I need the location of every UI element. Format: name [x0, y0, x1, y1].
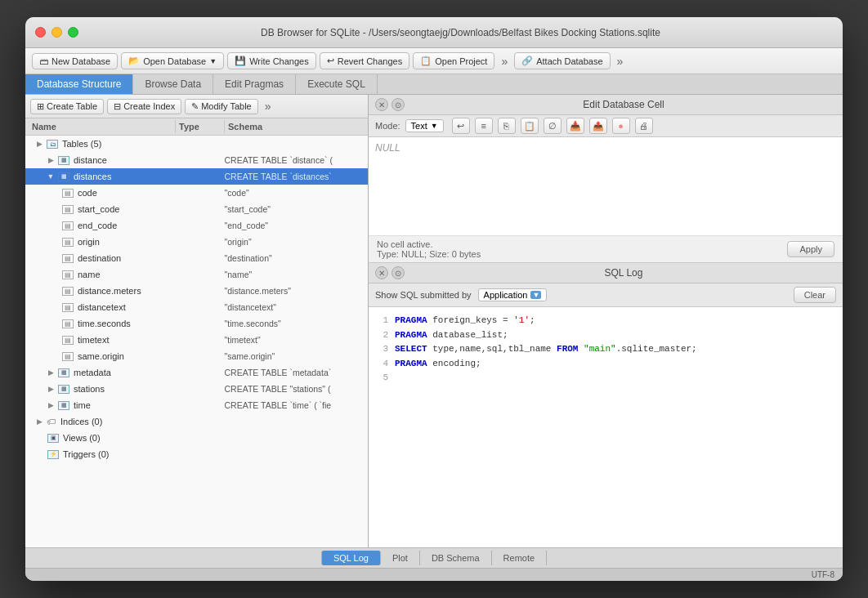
- edit-btn-export[interactable]: 📤: [589, 118, 607, 134]
- bottom-tab-db-schema[interactable]: DB Schema: [420, 551, 492, 565]
- tree-row-destination[interactable]: ▤ destination "destination": [25, 250, 368, 266]
- tree-row-time-seconds[interactable]: ▤ time.seconds "time.seconds": [25, 315, 368, 332]
- tree-row-distance-meters[interactable]: ▤ distance.meters "distance.meters": [25, 283, 368, 299]
- edit-db-expand-btn[interactable]: ⊙: [391, 98, 405, 111]
- triggers-icon: ⚡: [47, 450, 59, 459]
- tree-row-name[interactable]: ▤ name "name": [25, 266, 368, 283]
- distancetext-field-icon: ▤: [62, 303, 74, 312]
- sql-line-2: 2 PRAGMA database_list;: [375, 328, 836, 343]
- tree-row-start-code[interactable]: ▤ start_code "start_code": [25, 201, 368, 217]
- status-bar: UTF-8: [25, 568, 843, 581]
- tables-folder-icon: 🗂: [47, 140, 58, 149]
- origin-field-icon: ▤: [62, 238, 74, 247]
- sql-log-buttons: ✕ ⊙: [375, 266, 405, 279]
- expand-metadata[interactable]: ▶: [46, 368, 56, 377]
- sql-content[interactable]: 1 PRAGMA foreign_keys = '1'; 2 PRAGMA da…: [369, 307, 843, 547]
- mode-select[interactable]: Text ▼: [405, 119, 444, 132]
- cell-active-status: No cell active.: [377, 239, 481, 249]
- distances-table-icon: ▦: [58, 172, 69, 181]
- tree-header: Name Type Schema: [25, 118, 368, 136]
- bottom-tab-remote[interactable]: Remote: [492, 551, 548, 565]
- tree-header-name: Name: [25, 120, 175, 133]
- minimize-button[interactable]: [51, 27, 62, 38]
- app-select-arrow: ▼: [530, 291, 541, 299]
- tree-row-views[interactable]: ▣ Views (0): [25, 430, 368, 446]
- main-content: ⊞ Create Table ⊟ Create Index ✎ Modify T…: [25, 95, 843, 547]
- tree-row-end-code[interactable]: ▤ end_code "end_code": [25, 217, 368, 234]
- expand-distances[interactable]: ▼: [46, 172, 56, 181]
- clear-button[interactable]: Clear: [794, 287, 836, 303]
- open-project-button[interactable]: 📋 Open Project: [413, 52, 494, 69]
- edit-btn-copy[interactable]: ⎘: [498, 118, 516, 134]
- maximize-button[interactable]: [68, 27, 78, 38]
- distance-meters-field-icon: ▤: [62, 287, 74, 296]
- expand-stations[interactable]: ▶: [46, 385, 56, 393]
- revert-icon: ↩: [327, 56, 334, 66]
- bottom-tab-plot[interactable]: Plot: [381, 551, 420, 565]
- toolbar-more-1[interactable]: »: [498, 53, 511, 69]
- tree-row-stations[interactable]: ▶ ▦ stations CREATE TABLE "stations" (: [25, 381, 368, 397]
- revert-changes-button[interactable]: ↩ Revert Changes: [320, 52, 410, 69]
- tree-row-timetext[interactable]: ▤ timetext "timetext": [25, 332, 368, 348]
- tree-row-triggers[interactable]: ⚡ Triggers (0): [25, 446, 368, 462]
- modify-table-icon: ✎: [191, 101, 199, 112]
- tab-browse-data[interactable]: Browse Data: [133, 74, 213, 94]
- expand-indices[interactable]: ▶: [34, 417, 44, 426]
- distance-table-icon: ▦: [58, 156, 69, 165]
- edit-btn-import[interactable]: 📥: [566, 118, 584, 134]
- tab-edit-pragmas[interactable]: Edit Pragmas: [213, 74, 296, 94]
- apply-button[interactable]: Apply: [787, 241, 834, 257]
- metadata-table-icon: ▦: [58, 368, 69, 377]
- tree-header-type: Type: [175, 120, 224, 133]
- expand-time[interactable]: ▶: [46, 401, 56, 409]
- sql-filter-select[interactable]: Application ▼: [478, 288, 548, 301]
- attach-database-button[interactable]: 🔗 Attach Database: [514, 52, 610, 69]
- tree-row-metadata[interactable]: ▶ ▦ metadata CREATE TABLE `metadata`: [25, 364, 368, 381]
- edit-btn-print2[interactable]: 🖨: [635, 118, 653, 134]
- encoding-status: UTF-8: [812, 570, 834, 579]
- attach-icon: 🔗: [521, 56, 533, 66]
- tab-database-structure[interactable]: Database Structure: [25, 74, 133, 94]
- write-changes-button[interactable]: 💾 Write Changes: [227, 52, 316, 69]
- end-code-field-icon: ▤: [62, 221, 74, 230]
- tab-execute-sql[interactable]: Execute SQL: [296, 74, 378, 94]
- edit-area[interactable]: NULL: [369, 137, 843, 235]
- sql-log-title: SQL Log: [411, 267, 836, 279]
- close-button[interactable]: [35, 27, 46, 38]
- expand-distance[interactable]: ▶: [46, 156, 56, 164]
- edit-btn-null[interactable]: ∅: [544, 118, 562, 134]
- create-index-button[interactable]: ⊟ Create Index: [107, 99, 181, 114]
- tree-row-distance[interactable]: ▶ ▦ distance CREATE TABLE `distance` (: [25, 152, 368, 168]
- timetext-field-icon: ▤: [62, 336, 74, 345]
- create-table-icon: ⊞: [37, 101, 44, 112]
- tree-row-same-origin[interactable]: ▤ same.origin "same.origin": [25, 348, 368, 364]
- bottom-tab-sql-log[interactable]: SQL Log: [321, 551, 381, 565]
- tree-row-distances[interactable]: ▼ ▦ distances CREATE TABLE `distances`: [25, 168, 368, 185]
- sql-log-toolbar: Show SQL submitted by Application ▼ Clea…: [369, 283, 843, 307]
- cell-type-info: Type: NULL; Size: 0 bytes: [377, 249, 481, 259]
- tree-row-time[interactable]: ▶ ▦ time CREATE TABLE `time` ( `fie: [25, 397, 368, 413]
- expand-tables[interactable]: ▶: [34, 140, 44, 148]
- edit-db-close-btn[interactable]: ✕: [375, 98, 388, 111]
- tree-row-distancetext[interactable]: ▤ distancetext "distancetext": [25, 299, 368, 315]
- mode-select-arrow: ▼: [431, 122, 438, 130]
- edit-btn-paste[interactable]: 📋: [521, 118, 539, 134]
- edit-btn-print[interactable]: ●: [612, 118, 630, 134]
- tree-row-tables[interactable]: ▶ 🗂 Tables (5): [25, 136, 368, 152]
- modify-table-button[interactable]: ✎ Modify Table: [185, 99, 258, 114]
- tree-row-origin[interactable]: ▤ origin "origin": [25, 234, 368, 250]
- toolbar-more-2[interactable]: »: [614, 53, 627, 69]
- open-database-button[interactable]: 📂 Open Database ▼: [121, 52, 224, 69]
- left-toolbar-more[interactable]: »: [262, 98, 275, 114]
- new-database-button[interactable]: 🗃 New Database: [32, 53, 118, 69]
- tree-row-code[interactable]: ▤ code "code": [25, 185, 368, 201]
- left-panel: ⊞ Create Table ⊟ Create Index ✎ Modify T…: [25, 95, 369, 547]
- create-table-button[interactable]: ⊞ Create Table: [30, 99, 104, 114]
- mode-label: Mode:: [375, 121, 400, 131]
- edit-btn-1[interactable]: ↩: [452, 118, 470, 134]
- tree-row-indices[interactable]: ▶ 🏷 Indices (0): [25, 413, 368, 430]
- sql-log-close-btn[interactable]: ✕: [375, 266, 388, 279]
- show-sql-label: Show SQL submitted by: [375, 290, 472, 300]
- edit-btn-align-left[interactable]: ≡: [475, 118, 493, 134]
- sql-log-expand-btn[interactable]: ⊙: [391, 266, 405, 279]
